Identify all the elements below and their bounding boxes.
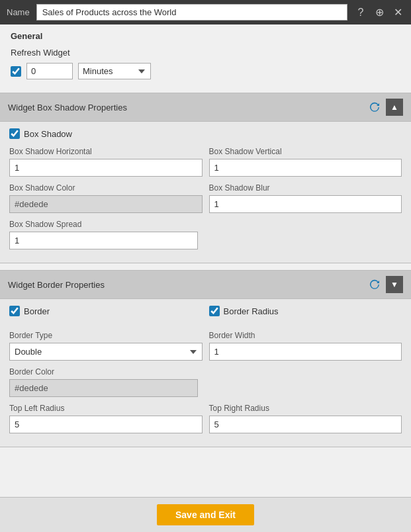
border-type-width-row: Border Type Double Solid Dashed Dotted B… xyxy=(9,331,402,361)
widget-border-section: Widget Border Properties ▼ Border xyxy=(0,270,411,447)
box-shadow-spread-group: Box Shadow Spread xyxy=(9,220,198,249)
footer: Save and Exit xyxy=(0,497,411,532)
box-shadow-color-group: Box Shadow Color xyxy=(9,183,203,213)
top-right-radius-input[interactable] xyxy=(209,416,402,433)
border-radius-label: Border Radius xyxy=(224,306,279,316)
refresh-unit-select[interactable]: Minutes Seconds Hours xyxy=(78,63,151,79)
top-left-radius-label: Top Left Radius xyxy=(9,404,203,413)
box-shadow-h-v-row: Box Shadow Horizontal Box Shadow Vertica… xyxy=(9,147,402,177)
border-header: Widget Border Properties ▼ xyxy=(0,271,411,299)
border-type-group: Border Type Double Solid Dashed Dotted xyxy=(9,331,203,361)
widget-box-shadow-section: Widget Box Shadow Properties ▲ Box Shado… xyxy=(0,93,411,263)
content-area: General Refresh Widget Minutes Seconds H… xyxy=(0,24,411,497)
box-shadow-vertical-input[interactable] xyxy=(209,159,402,177)
title-input[interactable] xyxy=(36,4,347,21)
box-shadow-title: Widget Box Shadow Properties xyxy=(8,103,366,112)
border-checkboxes-row: Border Border Radius xyxy=(9,306,402,316)
spacer-1 xyxy=(0,86,411,93)
refresh-checkbox[interactable] xyxy=(11,66,21,77)
general-section: General Refresh Widget Minutes Seconds H… xyxy=(0,24,411,86)
close-icon[interactable]: ✕ xyxy=(391,6,404,19)
box-shadow-color-blur-row: Box Shadow Color Box Shadow Blur xyxy=(9,183,402,213)
border-width-label: Border Width xyxy=(209,331,402,340)
box-shadow-vertical-group: Box Shadow Vertical xyxy=(209,147,402,177)
border-radius-row: Top Left Radius Top Right Radius xyxy=(9,404,402,433)
box-shadow-body: Box Shadow Box Shadow Horizontal Box Sha… xyxy=(0,122,411,263)
border-title: Widget Border Properties xyxy=(8,280,366,290)
border-header-icons: ▼ xyxy=(366,276,403,293)
box-shadow-color-input[interactable] xyxy=(9,195,203,213)
border-checkbox[interactable] xyxy=(9,306,20,316)
border-checkbox-row: Border xyxy=(9,306,203,316)
box-shadow-blur-group: Box Shadow Blur xyxy=(209,183,402,213)
box-shadow-header-icons: ▲ xyxy=(366,99,403,116)
box-shadow-spread-input[interactable] xyxy=(9,232,198,249)
box-shadow-blur-input[interactable] xyxy=(209,195,402,213)
refresh-value-input[interactable] xyxy=(26,63,73,79)
top-left-radius-group: Top Left Radius xyxy=(9,404,203,433)
border-label: Border xyxy=(24,306,50,316)
box-shadow-checkbox[interactable] xyxy=(9,128,20,139)
border-radius-checkbox-row: Border Radius xyxy=(209,306,402,316)
box-shadow-horizontal-label: Box Shadow Horizontal xyxy=(9,147,203,156)
border-radius-checkbox[interactable] xyxy=(209,306,220,316)
name-label: Name xyxy=(7,7,30,17)
box-shadow-label: Box Shadow xyxy=(24,129,72,139)
border-color-row: Border Color xyxy=(9,367,402,397)
border-color-group: Border Color xyxy=(9,367,198,397)
general-title: General xyxy=(11,31,400,41)
main-container: Name ? ⊕ ✕ General Refresh Widget Minute… xyxy=(0,0,411,532)
border-refresh-icon[interactable] xyxy=(366,276,383,293)
box-shadow-blur-label: Box Shadow Blur xyxy=(209,183,402,193)
top-left-radius-input[interactable] xyxy=(9,416,203,433)
box-shadow-spread-row: Box Shadow Spread xyxy=(9,220,402,249)
border-color-label: Border Color xyxy=(9,367,198,377)
box-shadow-header: Widget Box Shadow Properties ▲ xyxy=(0,93,411,122)
save-exit-button[interactable]: Save and Exit xyxy=(157,504,254,525)
border-type-label: Border Type xyxy=(9,331,203,340)
box-shadow-checkbox-row: Box Shadow xyxy=(9,128,402,139)
box-shadow-horizontal-group: Box Shadow Horizontal xyxy=(9,147,203,177)
box-shadow-vertical-label: Box Shadow Vertical xyxy=(209,147,402,156)
box-shadow-horizontal-input[interactable] xyxy=(9,159,203,177)
header: Name ? ⊕ ✕ xyxy=(0,0,411,24)
border-width-group: Border Width xyxy=(209,331,402,361)
bottom-spacer xyxy=(0,447,411,487)
refresh-widget-label: Refresh Widget xyxy=(11,48,400,58)
border-type-select[interactable]: Double Solid Dashed Dotted xyxy=(9,343,203,361)
box-shadow-collapse-icon[interactable]: ▲ xyxy=(386,99,403,116)
top-right-radius-group: Top Right Radius xyxy=(209,404,402,433)
refresh-row: Minutes Seconds Hours xyxy=(11,63,400,79)
box-shadow-color-label: Box Shadow Color xyxy=(9,183,203,193)
border-width-input[interactable] xyxy=(209,343,402,361)
border-body: Border Border Radius Border Type Double … xyxy=(0,299,411,447)
header-icons: ? ⊕ ✕ xyxy=(354,6,404,19)
help-icon[interactable]: ? xyxy=(354,7,367,19)
top-right-radius-label: Top Right Radius xyxy=(209,404,402,413)
box-shadow-refresh-icon[interactable] xyxy=(366,99,383,116)
spacer-2 xyxy=(0,263,411,270)
border-color-input[interactable] xyxy=(9,379,198,397)
box-shadow-spread-label: Box Shadow Spread xyxy=(9,220,198,229)
move-icon[interactable]: ⊕ xyxy=(373,6,386,19)
border-collapse-icon[interactable]: ▼ xyxy=(386,276,403,293)
